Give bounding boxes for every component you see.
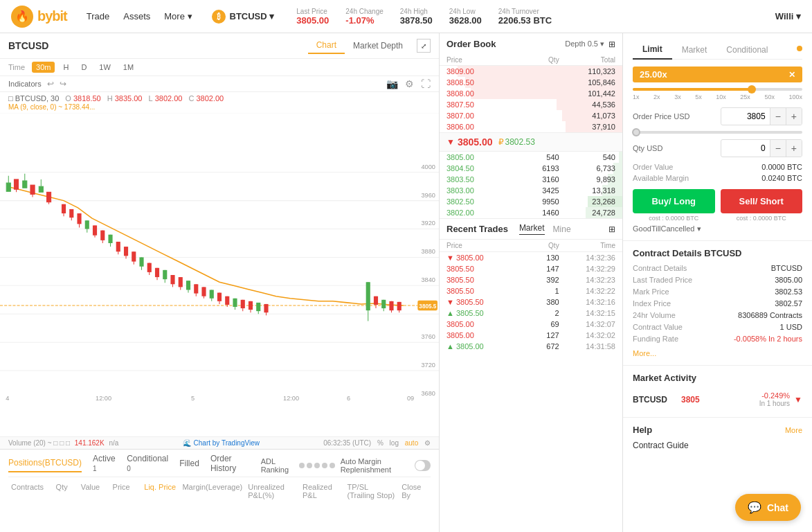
trade-row[interactable]: 3805.50 1 14:32:22: [440, 285, 622, 296]
leverage-thumb[interactable]: [748, 85, 756, 94]
detail-row-1: Contract Details BTCUSD: [633, 264, 802, 272]
ob-depth-selector[interactable]: Depth 0.5 ▾: [565, 39, 604, 48]
order-tab-limit[interactable]: Limit: [633, 40, 672, 60]
qty-slider-thumb[interactable]: [632, 128, 640, 136]
trade-row[interactable]: ▲ 3805.00 672 14:31:58: [440, 341, 622, 352]
ob-icon[interactable]: ⊞: [608, 39, 615, 49]
ob-buy-row[interactable]: 3802.00 1460 24,728: [440, 207, 622, 218]
trade-row[interactable]: ▲ 3805.50 2 14:32:15: [440, 308, 622, 319]
qty-field[interactable]: [721, 141, 770, 156]
order-price-input[interactable]: − +: [721, 107, 802, 125]
pair-selector[interactable]: ₿ BTCUSD ▾: [212, 10, 275, 24]
auto-btn[interactable]: auto: [405, 439, 418, 447]
ob-sell-row[interactable]: 3807.00 41,073: [440, 110, 622, 121]
chart-time: 06:32:35 (UTC) % log auto ⚙: [323, 439, 431, 447]
pair-label: BTCUSD ▾: [230, 11, 275, 21]
svg-rect-63: [179, 277, 183, 287]
svg-rect-93: [389, 301, 393, 310]
trade-row[interactable]: 3805.50 147 14:32:29: [440, 263, 622, 274]
header: 🔥 bybit Trade Assets More ▾ ₿ BTCUSD ▾ L…: [0, 0, 812, 33]
trades-expand-icon[interactable]: ⊞: [608, 224, 615, 234]
tab-active[interactable]: Active 1: [93, 454, 116, 477]
trade-row[interactable]: 3805.00 69 14:32:07: [440, 319, 622, 330]
ohlc-symbol: BTCUSD, 30: [15, 94, 60, 103]
ob-sell-row[interactable]: 3808.00 101,442: [440, 88, 622, 99]
tab-order-history[interactable]: Order History: [210, 454, 250, 477]
qty-plus-btn[interactable]: +: [786, 140, 802, 157]
ob-buy-row[interactable]: 3805.00 540 540: [440, 152, 622, 163]
ob-buy-row[interactable]: 3804.50 6193 6,733: [440, 163, 622, 174]
user-section[interactable]: Willi ▾: [775, 11, 801, 21]
buy-long-button[interactable]: Buy/ Long: [633, 189, 715, 213]
stat-turnover-label: 24h Turnover: [498, 8, 552, 15]
nav-trade[interactable]: Trade: [87, 11, 109, 21]
volume-value: 141.162K: [75, 439, 105, 447]
svg-rect-59: [163, 270, 167, 279]
time-30m[interactable]: 30m: [32, 62, 55, 73]
good-till-selector[interactable]: GoodTillCancelled ▾: [633, 224, 802, 233]
trade-row[interactable]: 3805.00 127 14:32:02: [440, 330, 622, 341]
order-value-row: Order Value 0.0000 BTC: [633, 163, 802, 171]
logo-text: bybit: [37, 8, 67, 24]
ob-sell-row[interactable]: 3809.00 110,323: [440, 66, 622, 77]
order-price-row: Order Price USD − +: [633, 107, 802, 125]
sell-short-button[interactable]: Sell/ Short: [721, 189, 803, 213]
amr-toggle[interactable]: [415, 460, 431, 471]
order-tab-market[interactable]: Market: [672, 41, 717, 59]
tradingview-credit: 🌊 Chart by TradingView: [183, 439, 260, 447]
nav-assets[interactable]: Assets: [123, 11, 150, 21]
trade-row[interactable]: ▼ 3805.00 130 14:32:36: [440, 252, 622, 263]
chart-expand-icon[interactable]: ⤢: [417, 39, 431, 53]
help-more-link[interactable]: More: [785, 426, 802, 434]
trade-row[interactable]: 3805.50 392 14:32:23: [440, 274, 622, 285]
tab-market-depth[interactable]: Market Depth: [345, 38, 411, 53]
pct-btn[interactable]: %: [377, 439, 384, 447]
redo-icon[interactable]: ↪: [60, 79, 66, 89]
tab-conditional[interactable]: Conditional 0: [127, 454, 168, 477]
price-minus-btn[interactable]: −: [770, 108, 786, 125]
price-plus-btn[interactable]: +: [786, 108, 802, 125]
indicators-label[interactable]: Indicators: [8, 80, 42, 88]
qty-minus-btn[interactable]: −: [770, 140, 786, 157]
undo-icon[interactable]: ↩: [47, 79, 54, 89]
trade-row[interactable]: ▼ 3805.50 380 14:32:16: [440, 296, 622, 308]
ob-buy-row[interactable]: 3803.00 3425 13,318: [440, 185, 622, 196]
svg-text:3920: 3920: [421, 220, 435, 227]
time-H[interactable]: H: [59, 62, 73, 73]
qty-slider-row: [633, 131, 802, 134]
svg-rect-89: [374, 296, 378, 305]
order-tab-conditional[interactable]: Conditional: [716, 41, 777, 59]
time-D[interactable]: D: [77, 62, 91, 73]
ob-sell-row[interactable]: 3806.00 37,910: [440, 121, 622, 132]
order-form: Limit Market Conditional 25.00x ✕ 1x2x3x…: [623, 33, 812, 241]
contract-more-link[interactable]: More...: [633, 349, 656, 357]
contract-guide-link[interactable]: Contract Guide: [633, 441, 802, 450]
ob-sell-row[interactable]: 3808.50 105,846: [440, 77, 622, 88]
middle-panel: Order Book Depth 0.5 ▾ ⊞ Price Qty Total…: [440, 33, 623, 532]
ob-sell-row[interactable]: 3807.50 44,536: [440, 99, 622, 110]
trades-tab-mine[interactable]: Mine: [553, 224, 571, 234]
ob-buy-row[interactable]: 3802.50 9950 23,268: [440, 196, 622, 207]
svg-rect-23: [23, 181, 27, 188]
tab-chart[interactable]: Chart: [308, 37, 345, 54]
settings-icon[interactable]: ⚙: [405, 78, 414, 89]
nav-more[interactable]: More ▾: [164, 11, 192, 21]
time-1W[interactable]: 1W: [95, 62, 115, 73]
log-btn[interactable]: log: [390, 439, 399, 447]
order-tabs: Limit Market Conditional: [633, 40, 802, 60]
chart-settings-icon[interactable]: ⚙: [424, 439, 431, 447]
ma-row[interactable]: BTCUSD 3805 -0.249% In 1 hours ▼: [633, 389, 802, 410]
order-price-field[interactable]: [721, 109, 770, 124]
leverage-display[interactable]: 25.00x ✕: [633, 66, 802, 82]
fullscreen-icon[interactable]: ⛶: [421, 78, 431, 89]
screenshot-icon[interactable]: 📷: [386, 78, 398, 89]
tab-positions[interactable]: Positions(BTCUSD): [8, 458, 82, 472]
ob-buy-row[interactable]: 3803.50 3160 9,893: [440, 174, 622, 185]
trades-tab-market[interactable]: Market: [519, 223, 545, 235]
tab-filled[interactable]: Filled: [179, 459, 199, 472]
svg-rect-53: [139, 257, 143, 266]
time-1M[interactable]: 1M: [119, 62, 138, 73]
logo[interactable]: 🔥 bybit: [11, 6, 67, 28]
qty-input[interactable]: − +: [721, 139, 802, 157]
chat-button[interactable]: 💬 Chat: [735, 494, 801, 521]
